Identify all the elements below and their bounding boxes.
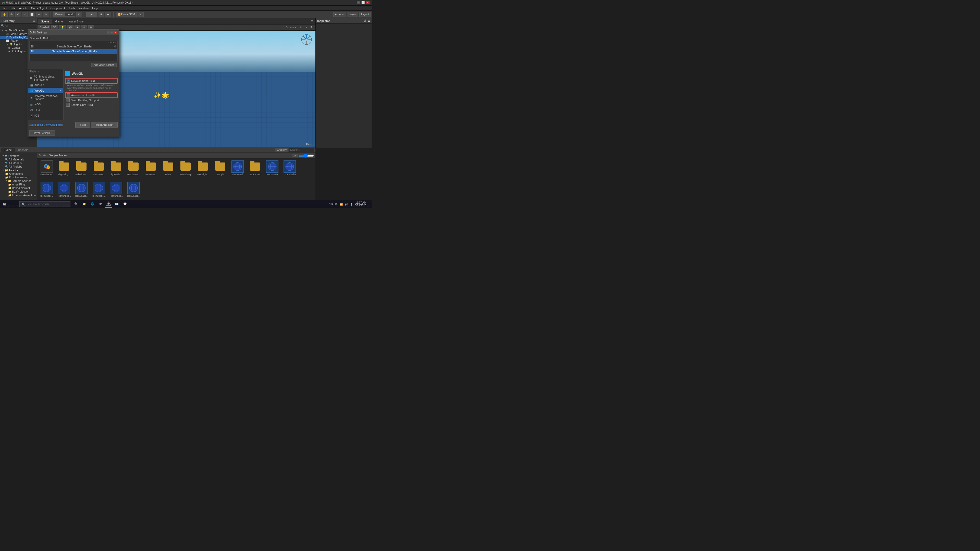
angelring-item[interactable]: 📁 AngelRing: [0, 183, 37, 186]
taskbar-icon-search[interactable]: 🔍: [73, 200, 80, 208]
asset-item-mirror[interactable]: Mirror: [161, 160, 176, 176]
taskbar-icon-edge[interactable]: 🌐: [89, 200, 96, 208]
asset-item-light[interactable]: LightAndS...: [108, 160, 124, 176]
dialog-maximize-btn[interactable]: □: [110, 31, 114, 34]
rect-tool-button[interactable]: ⬜: [29, 12, 35, 17]
grid-button[interactable]: ⊞: [88, 25, 94, 30]
restore-button[interactable]: ⬜: [361, 1, 365, 4]
scripts-only-option[interactable]: Scripts Only Build: [65, 103, 118, 107]
asset-item-toonshader1[interactable]: ToonShader: [265, 160, 280, 176]
platform-ps4[interactable]: 🎮 PS4: [28, 107, 63, 113]
scale-tool-button[interactable]: ⤡: [22, 12, 27, 17]
deep-profiling-checkbox[interactable]: [66, 98, 70, 102]
scripts-only-checkbox[interactable]: [66, 103, 70, 106]
build-and-run-button[interactable]: Build And Run: [91, 122, 118, 127]
volume-icon[interactable]: 🔊: [345, 203, 348, 206]
local-button[interactable]: Local: [65, 13, 75, 16]
minimize-button[interactable]: ─: [357, 1, 360, 4]
asset-item-toonshader3[interactable]: ToonShade...: [39, 182, 54, 197]
taskbar-search-input[interactable]: [26, 203, 65, 206]
close-button[interactable]: ✕: [366, 1, 369, 4]
emissive-item[interactable]: 📁 EmissiveAnimation: [0, 193, 37, 197]
asset-item-baked[interactable]: Baked No...: [74, 160, 89, 176]
scene-tab[interactable]: Scene: [38, 19, 52, 24]
asset-item-toonshader7[interactable]: ToonShade...: [108, 182, 124, 197]
step-button[interactable]: ⏭: [105, 12, 111, 17]
baked-normal-item[interactable]: 📁 Baked Normal: [0, 186, 37, 190]
asset-item-sample[interactable]: Sample: [213, 160, 228, 176]
asset-item-toonshader4[interactable]: ToonShade...: [56, 182, 72, 197]
assets-header[interactable]: ▼ 📁 Assets: [0, 168, 37, 172]
zoom-slider[interactable]: [299, 154, 314, 157]
asset-item-normalmap[interactable]: NormalMap: [178, 160, 193, 176]
menu-window[interactable]: Window: [77, 6, 90, 10]
scene-close-button[interactable]: ✕: [304, 25, 308, 29]
autoconnect-profiler-checkbox[interactable]: ✓: [67, 94, 70, 97]
menu-edit[interactable]: Edit: [9, 6, 17, 10]
asset-item-toonshader2[interactable]: ToonShader: [282, 160, 298, 176]
player-settings-button[interactable]: Player Settings...: [29, 130, 56, 136]
asset-item-toonshader5[interactable]: ToonShade...: [74, 182, 89, 197]
lighting-toggle[interactable]: 💡: [59, 25, 66, 30]
hand-tool-button[interactable]: ✋: [1, 12, 8, 17]
rotate-tool-button[interactable]: ↺: [15, 12, 21, 17]
asset-item-toonshader8[interactable]: ToonShade...: [126, 182, 141, 197]
boxprojection-item[interactable]: 📁 BoxProjection: [0, 190, 37, 193]
slider-icon[interactable]: ⊡: [292, 154, 298, 157]
fx-button[interactable]: ✦: [75, 25, 80, 30]
toggle-extra-button[interactable]: ⊡: [76, 12, 82, 17]
asset-store-tab[interactable]: Asset Store: [66, 19, 86, 24]
play-button[interactable]: ▶: [86, 12, 97, 17]
menu-file[interactable]: File: [1, 6, 9, 10]
sample-scenes-item[interactable]: ▼ 📁 Sample Scenes: [0, 179, 37, 183]
menu-tools[interactable]: Tools: [67, 6, 76, 10]
plastic-scm-button[interactable]: 🔀 Plastic SCM: [116, 12, 137, 17]
autoconnect-profiler-option[interactable]: ✓ Autoconnect Profiler: [65, 92, 118, 98]
taskbar-icon-store[interactable]: 🛍: [97, 200, 104, 208]
asset-item-emissive[interactable]: EmissiveA...: [91, 160, 107, 176]
inspector-menu-icon[interactable]: ☰: [368, 19, 370, 22]
project-tab[interactable]: Project: [1, 148, 15, 152]
scene-visibility-button[interactable]: 👁: [81, 25, 87, 30]
move-tool-button[interactable]: ✛: [9, 12, 14, 17]
center-button[interactable]: Center: [53, 13, 65, 16]
audio-toggle[interactable]: 🔊: [67, 25, 73, 30]
asset-item-pointlight[interactable]: PointLight...: [195, 160, 210, 176]
network-icon[interactable]: 📶: [340, 203, 343, 206]
hierarchy-menu-icon[interactable]: ☰: [33, 19, 35, 22]
taskbar-clock[interactable]: 11:37 AM 5/29/2023: [355, 201, 366, 207]
taskbar-icon-files[interactable]: 📁: [81, 200, 88, 208]
breadcrumb-assets[interactable]: Assets: [38, 154, 46, 157]
add-open-scenes-button[interactable]: Add Open Scenes: [91, 63, 117, 67]
platform-pc[interactable]: 🖥 PC, Mac & Linux Standalone: [28, 74, 63, 82]
project-search-input[interactable]: [289, 148, 314, 152]
asset-item-meta[interactable]: Metaverse...: [143, 160, 159, 176]
postprocessing-item[interactable]: 📁 PostProcessing: [0, 176, 37, 179]
dialog-close-btn[interactable]: ✕: [114, 31, 117, 34]
cloud-button[interactable]: ☁: [138, 12, 144, 17]
taskbar-icon-chat[interactable]: 💬: [121, 200, 129, 208]
all-prefabs-item[interactable]: 🔍 All Prefabs: [0, 165, 37, 168]
menu-gameobject[interactable]: GameObject: [30, 6, 48, 10]
platform-uwp[interactable]: ⊞ Universal Windows Platform: [28, 94, 63, 102]
platform-android[interactable]: 🤖 Android: [28, 82, 63, 88]
build-button[interactable]: Build: [75, 122, 90, 127]
asset-item-ssao[interactable]: SSAO Test: [247, 160, 262, 176]
platform-tvos[interactable]: 📺 tvOS: [28, 102, 63, 107]
menu-component[interactable]: Component: [49, 6, 66, 10]
shaded-button[interactable]: Shaded: [38, 25, 50, 30]
build-scene-0[interactable]: ☑ Sample Scenes/ToonShader 0: [30, 44, 118, 49]
favorites-header[interactable]: ▼ ★ Favorites: [0, 154, 37, 158]
scene-more-icon[interactable]: ☰: [310, 20, 314, 23]
light-shadows-item[interactable]: 📁 LightAndShadows: [0, 197, 37, 197]
add-tab-button[interactable]: +: [33, 148, 35, 151]
game-tab[interactable]: Game: [52, 19, 66, 24]
taskbar-icon-unity[interactable]: [105, 200, 112, 208]
layers-button[interactable]: Layers: [347, 12, 358, 17]
asset-item-toonshade-scene[interactable]: 🎭 ToonShade...: [39, 160, 54, 176]
layout-button[interactable]: Layout: [360, 12, 371, 17]
asset-item-shaderball[interactable]: ShaderBall: [230, 160, 245, 176]
menu-assets[interactable]: Assets: [18, 6, 29, 10]
pause-button[interactable]: ⏸: [98, 12, 104, 17]
platform-webgl[interactable]: 🌐 WebGL ✓: [28, 88, 63, 94]
